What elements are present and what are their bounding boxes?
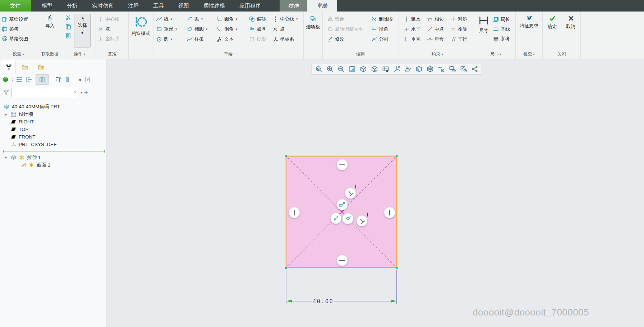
saved-orientations-button[interactable]: [369, 64, 380, 74]
active-model-icon[interactable]: [2, 76, 9, 83]
repaint-button[interactable]: [347, 64, 357, 74]
perpendicular-constraint-button[interactable]: 垂直: [402, 35, 425, 44]
tree-columns-button[interactable]: [36, 74, 49, 85]
thicken-button[interactable]: 加厚: [247, 24, 271, 34]
coordinate-system-button[interactable]: 坐标系: [271, 35, 304, 44]
rotate-resize-button[interactable]: 旋转调整大小: [326, 24, 369, 34]
chevron-down-icon[interactable]: ▾: [296, 17, 298, 21]
chevron-down-icon[interactable]: ▾: [175, 27, 177, 31]
tangent-constraint-button[interactable]: 相切: [425, 14, 448, 24]
arc-button[interactable]: 弧▾: [185, 14, 215, 24]
delete-segment-button[interactable]: 删除段: [369, 14, 400, 24]
tab-tools[interactable]: 工具: [146, 0, 171, 12]
expander-collapsed-icon[interactable]: ▶: [4, 113, 8, 116]
corner-button[interactable]: 拐角: [369, 24, 400, 34]
parallel-constraint-button[interactable]: 平行: [448, 35, 474, 44]
equal-constraint-button[interactable]: 相等: [448, 24, 474, 34]
cut-icon[interactable]: [65, 15, 71, 21]
zoom-in-button[interactable]: [325, 64, 335, 74]
tab-sketch[interactable]: 草绘: [307, 0, 337, 12]
datum-centerline-button[interactable]: 中心线: [96, 14, 128, 24]
navigator-tab-folder-browser[interactable]: [18, 61, 32, 73]
mirror-button[interactable]: 镜像: [326, 14, 369, 24]
shading-display-button[interactable]: [425, 64, 435, 74]
chevron-down-icon[interactable]: ▾: [81, 30, 84, 35]
chamfer-button[interactable]: 倒角▾: [215, 24, 247, 34]
expander-expanded-icon[interactable]: ▼: [4, 156, 8, 159]
tab-applications[interactable]: 应用程序: [232, 0, 268, 12]
perpendicular-constraint-badge-2[interactable]: [356, 215, 367, 226]
spline-button[interactable]: 样条: [185, 35, 215, 44]
section-display-button[interactable]: [414, 64, 424, 74]
baseline-dimension-button[interactable]: 基线: [491, 24, 512, 34]
horizontal-constraint-button[interactable]: 水平: [402, 24, 425, 34]
expand-all-icon[interactable]: [16, 76, 23, 83]
rectangle-button[interactable]: 矩形▾: [155, 24, 185, 34]
move-drag-handle[interactable]: [331, 213, 341, 224]
display-style-button[interactable]: [358, 64, 368, 74]
group-label-inspect[interactable]: 检查▾: [516, 51, 542, 57]
symmetric-constraint-button[interactable]: 对称: [448, 14, 474, 24]
sketch-display-button[interactable]: [459, 64, 469, 74]
group-label-dimension[interactable]: 尺寸▾: [476, 51, 515, 57]
ok-button[interactable]: 确定: [544, 12, 561, 30]
tree-item-part[interactable]: 40-40-40MM角码.PRT: [2, 103, 106, 110]
view-manager-button[interactable]: [381, 64, 391, 74]
insertion-locator[interactable]: [3, 151, 105, 151]
navigator-tab-model-tree[interactable]: [2, 61, 15, 73]
chevron-down-icon[interactable]: ▾: [236, 27, 238, 31]
vertical-constraint-badge-left[interactable]: [289, 207, 300, 218]
references-button[interactable]: 参考: [0, 24, 37, 34]
palette-button[interactable]: 选项板: [304, 12, 322, 30]
perimeter-dimension-button[interactable]: 周长: [491, 14, 512, 24]
cancel-button[interactable]: 取消: [563, 12, 579, 30]
coincident-constraint-button[interactable]: 重合: [425, 35, 448, 44]
chevron-down-icon[interactable]: ▾: [201, 17, 203, 21]
tree-item-design-items[interactable]: ▶ 设计项: [2, 110, 106, 118]
copy-icon[interactable]: [65, 24, 71, 29]
group-label-constrain[interactable]: 约束▾: [399, 51, 476, 57]
tree-item-section-1[interactable]: 截面 1: [2, 161, 106, 169]
tab-view[interactable]: 视图: [171, 0, 196, 12]
paste-icon[interactable]: [65, 33, 71, 38]
tab-model[interactable]: 模型: [34, 0, 60, 12]
horizontal-constraint-badge-bottom[interactable]: [337, 255, 348, 266]
collapse-all-icon[interactable]: [26, 76, 32, 83]
tree-item-top-plane[interactable]: TOP: [2, 126, 106, 133]
tab-annotate[interactable]: 注释: [121, 0, 146, 12]
refit-button[interactable]: [314, 64, 324, 74]
rotate-drag-handle[interactable]: [342, 213, 353, 224]
text-button[interactable]: 文本: [215, 35, 247, 44]
reference-dimension-button[interactable]: 参考: [491, 34, 512, 44]
clear-search-icon[interactable]: ×: [74, 90, 77, 95]
tab-extrude[interactable]: 拉伸: [280, 0, 307, 12]
datum-csys-button[interactable]: 坐标系: [96, 34, 128, 44]
datum-point-button[interactable]: 点: [96, 24, 128, 34]
divide-button[interactable]: 分割: [369, 35, 400, 44]
ellipse-button[interactable]: 椭圆▾: [185, 24, 215, 34]
tab-flexible-modeling[interactable]: 柔性建模: [196, 0, 232, 12]
chevron-down-icon[interactable]: ▾: [171, 37, 172, 41]
chevron-down-icon[interactable]: ▾: [206, 27, 208, 31]
tree-item-extrude-1[interactable]: ▼ 拉伸 1: [2, 154, 106, 161]
select-button[interactable]: 选择 ▾: [74, 14, 91, 47]
midpoint-constraint-button[interactable]: 中点: [425, 24, 448, 34]
modify-button[interactable]: 修改: [326, 35, 369, 44]
tree-item-default-csys[interactable]: PRT_CSYS_DEF: [2, 141, 106, 148]
navigator-tab-favorites[interactable]: [34, 61, 48, 73]
toolbar-overflow-icon[interactable]: »: [78, 77, 81, 82]
chevron-down-icon[interactable]: ▾: [236, 17, 238, 21]
horizontal-constraint-badge-top[interactable]: [337, 159, 348, 170]
tree-list-settings-icon[interactable]: [65, 76, 72, 83]
point-button[interactable]: 点: [271, 24, 304, 34]
dimension-value[interactable]: 40.00: [313, 298, 334, 305]
dimension-display-button[interactable]: [436, 64, 446, 74]
fillet-button[interactable]: 圆角▾: [215, 14, 247, 24]
tab-live-simulation[interactable]: 实时仿真: [85, 0, 121, 12]
datum-display-button[interactable]: [392, 64, 402, 74]
tree-document-icon[interactable]: [84, 76, 91, 83]
offset-button[interactable]: 偏移: [247, 14, 271, 24]
tree-filters-icon[interactable]: [55, 76, 62, 83]
chevron-down-icon[interactable]: ▾: [171, 17, 172, 21]
import-button[interactable]: 导入: [37, 12, 63, 29]
